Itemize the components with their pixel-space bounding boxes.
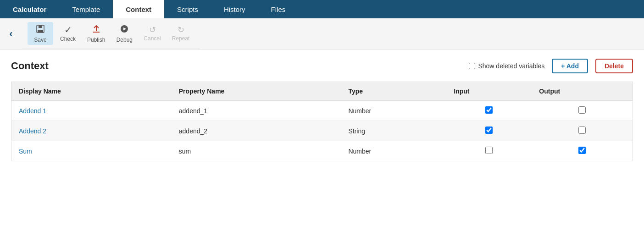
top-navigation: Calculator Template Context Scripts Hist… bbox=[0, 0, 644, 18]
output-cell[interactable] bbox=[532, 141, 633, 161]
input-cell[interactable] bbox=[446, 101, 532, 121]
display-name-link[interactable]: Sum bbox=[19, 148, 32, 155]
type-cell: Number bbox=[341, 101, 446, 121]
table-row[interactable]: Addend 1addend_1Number bbox=[11, 101, 633, 121]
col-display-name: Display Name bbox=[11, 82, 172, 101]
col-type: Type bbox=[341, 82, 446, 101]
check-icon: ✓ bbox=[64, 25, 72, 34]
table-header-row: Display Name Property Name Type Input Ou… bbox=[11, 82, 633, 101]
save-button[interactable]: Save bbox=[28, 22, 53, 45]
output-checkbox[interactable] bbox=[578, 106, 586, 114]
nav-files[interactable]: Files bbox=[258, 0, 299, 18]
check-button[interactable]: ✓ Check bbox=[55, 23, 81, 44]
output-cell[interactable] bbox=[532, 101, 633, 121]
output-cell[interactable] bbox=[532, 121, 633, 141]
svg-rect-2 bbox=[38, 30, 43, 33]
save-icon bbox=[35, 24, 45, 35]
table-row[interactable]: SumsumNumber bbox=[11, 141, 633, 161]
check-label: Check bbox=[60, 36, 76, 42]
delete-button[interactable]: Delete bbox=[595, 59, 633, 73]
nav-scripts[interactable]: Scripts bbox=[164, 0, 211, 18]
table-row[interactable]: Addend 2addend_2String bbox=[11, 121, 633, 141]
input-checkbox[interactable] bbox=[485, 126, 493, 134]
page-title: Context bbox=[11, 60, 469, 72]
display-name-link[interactable]: Addend 2 bbox=[19, 127, 46, 135]
save-label: Save bbox=[34, 37, 46, 43]
property-name-cell: sum bbox=[172, 141, 341, 161]
property-name-cell: addend_1 bbox=[172, 101, 341, 121]
type-cell: Number bbox=[341, 141, 446, 161]
debug-icon bbox=[119, 24, 129, 35]
col-property-name: Property Name bbox=[172, 82, 341, 101]
debug-button[interactable]: Debug bbox=[111, 22, 137, 45]
publish-icon bbox=[91, 24, 101, 35]
col-output: Output bbox=[532, 82, 633, 101]
property-name-cell: addend_2 bbox=[172, 121, 341, 141]
nav-template[interactable]: Template bbox=[59, 0, 113, 18]
main-content: Context Show deleted variables + Add Del… bbox=[0, 50, 644, 170]
cancel-label: Cancel bbox=[144, 35, 161, 42]
input-cell[interactable] bbox=[446, 141, 532, 161]
add-button[interactable]: + Add bbox=[552, 59, 588, 73]
context-table: Display Name Property Name Type Input Ou… bbox=[11, 82, 633, 161]
repeat-label: Repeat bbox=[172, 35, 190, 42]
cancel-icon: ↺ bbox=[149, 26, 156, 34]
toolbar-area: ‹ Save ✓ Check bbox=[0, 18, 644, 50]
svg-rect-1 bbox=[39, 25, 42, 28]
context-header: Context Show deleted variables + Add Del… bbox=[11, 59, 633, 73]
debug-label: Debug bbox=[117, 37, 133, 43]
output-checkbox[interactable] bbox=[578, 147, 586, 154]
back-button[interactable]: ‹ bbox=[0, 18, 22, 49]
type-cell: String bbox=[341, 121, 446, 141]
cancel-button[interactable]: ↺ Cancel bbox=[139, 24, 165, 44]
output-checkbox[interactable] bbox=[578, 126, 586, 134]
input-checkbox[interactable] bbox=[485, 106, 493, 114]
publish-button[interactable]: Publish bbox=[83, 22, 110, 45]
nav-history[interactable]: History bbox=[211, 0, 258, 18]
publish-label: Publish bbox=[87, 37, 105, 43]
nav-context[interactable]: Context bbox=[113, 0, 164, 18]
context-controls: Show deleted variables + Add Delete bbox=[469, 59, 633, 73]
show-deleted-checkbox[interactable] bbox=[469, 63, 475, 69]
repeat-button[interactable]: ↻ Repeat bbox=[167, 24, 194, 44]
show-deleted-label[interactable]: Show deleted variables bbox=[469, 62, 544, 70]
col-input: Input bbox=[446, 82, 532, 101]
input-cell[interactable] bbox=[446, 121, 532, 141]
repeat-icon: ↻ bbox=[178, 26, 184, 34]
display-name-link[interactable]: Addend 1 bbox=[19, 107, 46, 115]
toolbar: Save ✓ Check Publish bbox=[22, 18, 200, 49]
nav-calculator[interactable]: Calculator bbox=[0, 0, 59, 18]
input-checkbox[interactable] bbox=[485, 147, 493, 154]
